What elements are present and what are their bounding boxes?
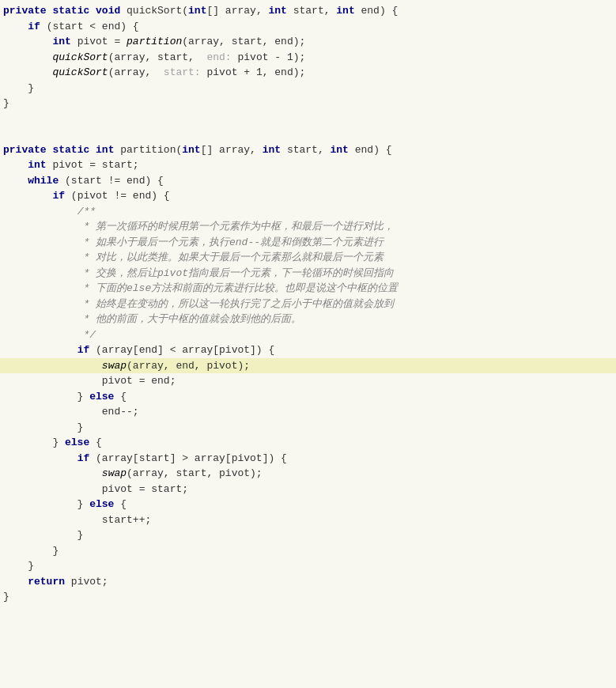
code-segment: void	[96, 3, 127, 19]
code-segment: */	[3, 327, 96, 343]
code-segment	[3, 50, 52, 66]
code-line: if (start < end) {	[0, 19, 616, 35]
code-line: } else {	[0, 435, 616, 451]
code-segment	[3, 157, 28, 173]
code-segment: }	[3, 81, 34, 96]
code-segment: {	[89, 435, 102, 451]
code-segment: private	[3, 142, 52, 158]
code-segment: int	[188, 3, 206, 19]
code-segment: int	[268, 3, 286, 19]
code-line: }	[0, 527, 616, 543]
code-segment: int	[331, 142, 349, 158]
code-segment: quickSort	[52, 50, 108, 66]
code-segment	[3, 574, 28, 590]
code-segment: swap	[102, 358, 127, 374]
code-segment: swap	[102, 466, 127, 482]
code-line: end--;	[0, 404, 616, 420]
code-segment	[3, 34, 52, 50]
code-line: * 始终是在变动的，所以这一轮执行完了之后小于中枢的值就会放到	[0, 297, 616, 312]
code-segment: * 第一次循环的时候用第一个元素作为中枢，和最后一个进行对比，	[3, 219, 394, 235]
code-segment: * 下面的else方法和前面的元素进行比较。也即是说这个中枢的位置	[3, 281, 398, 297]
code-segment: (start != end) {	[59, 173, 164, 189]
code-segment: pivot + 1, end);	[201, 65, 306, 81]
code-segment: int	[182, 142, 200, 158]
code-segment: int	[28, 157, 46, 173]
code-segment: }	[3, 420, 83, 436]
code-segment: else	[65, 435, 89, 451]
code-line: if (pivot != end) {	[0, 188, 616, 204]
code-segment: /**	[77, 204, 96, 220]
code-line: private static int partition(int[] array…	[0, 142, 616, 158]
code-line: }	[0, 420, 616, 436]
code-segment: (array, end, pivot);	[127, 358, 250, 374]
code-segment: partition	[127, 34, 182, 50]
code-segment: return	[28, 574, 65, 590]
code-segment	[3, 19, 28, 35]
code-segment: }	[3, 527, 83, 543]
code-line: * 对比，以此类推。如果大于最后一个元素那么就和最后一个元素	[0, 250, 616, 266]
code-segment: int	[52, 34, 70, 50]
code-segment: if	[77, 342, 90, 358]
code-segment: else	[89, 389, 114, 405]
code-segment	[3, 358, 102, 374]
code-line	[0, 127, 616, 142]
code-segment: {	[114, 389, 127, 405]
code-container: private static void quickSort(int[] arra…	[0, 0, 616, 608]
code-line: pivot = end;	[0, 373, 616, 389]
code-line: quickSort(array, start: pivot + 1, end);	[0, 65, 616, 81]
code-line: * 第一次循环的时候用第一个元素作为中枢，和最后一个进行对比，	[0, 219, 616, 235]
code-line: if (array[start] > array[pivot]) {	[0, 451, 616, 467]
code-line: private static void quickSort(int[] arra…	[0, 3, 616, 19]
code-segment	[3, 451, 77, 467]
code-segment: (array[start] > array[pivot]) {	[89, 451, 287, 467]
code-segment: static	[52, 3, 96, 19]
code-segment: }	[3, 435, 65, 451]
code-segment: end--;	[3, 404, 139, 420]
code-segment	[3, 466, 102, 482]
code-segment	[3, 188, 52, 204]
code-line: while (start != end) {	[0, 173, 616, 189]
code-segment: pivot =	[71, 34, 127, 50]
code-segment: if	[28, 19, 40, 35]
code-segment: pivot = end;	[3, 373, 176, 389]
code-segment: }	[3, 543, 59, 559]
code-line: int pivot = start;	[0, 157, 616, 173]
code-segment: * 如果小于最后一个元素，执行end--就是和倒数第二个元素进行	[3, 235, 384, 251]
code-segment: quickSort	[52, 65, 108, 81]
code-line: }	[0, 589, 616, 605]
code-line: * 他的前面，大于中枢的值就会放到他的后面。	[0, 312, 616, 327]
code-segment: if	[77, 451, 90, 467]
code-segment: if	[52, 188, 65, 204]
code-segment: }	[3, 589, 9, 605]
code-line: int pivot = partition(array, start, end)…	[0, 34, 616, 50]
code-segment: {	[114, 497, 127, 512]
code-segment: (array, start,	[108, 50, 207, 66]
code-segment: start,	[287, 3, 336, 19]
code-line: quickSort(array, start, end: pivot - 1);	[0, 50, 616, 66]
code-segment: * 始终是在变动的，所以这一轮执行完了之后小于中枢的值就会放到	[3, 297, 394, 312]
code-segment: }	[3, 497, 89, 512]
code-segment: start,	[281, 142, 330, 158]
code-segment: (array, start, end);	[182, 34, 305, 50]
code-line: * 如果小于最后一个元素，执行end--就是和倒数第二个元素进行	[0, 235, 616, 251]
code-segment: end) {	[349, 142, 392, 158]
code-segment: }	[3, 558, 34, 574]
code-line: }	[0, 81, 616, 96]
code-segment: }	[3, 389, 89, 405]
code-segment: pivot;	[65, 574, 108, 590]
code-segment	[3, 65, 52, 81]
code-segment: start:	[164, 65, 201, 81]
code-line: } else {	[0, 389, 616, 405]
code-segment: end) {	[355, 3, 399, 19]
code-line: return pivot;	[0, 574, 616, 590]
code-segment: int	[336, 3, 354, 19]
code-segment: end:	[206, 50, 231, 66]
code-segment: [] array,	[206, 3, 268, 19]
code-segment: partition(	[114, 142, 182, 158]
code-segment: (start < end) {	[40, 19, 139, 35]
code-segment: (array, start, pivot);	[127, 466, 263, 482]
code-segment	[3, 173, 28, 189]
code-segment: quickSort(	[127, 3, 188, 19]
code-segment: pivot - 1);	[232, 50, 306, 66]
code-segment: (array,	[108, 65, 164, 81]
